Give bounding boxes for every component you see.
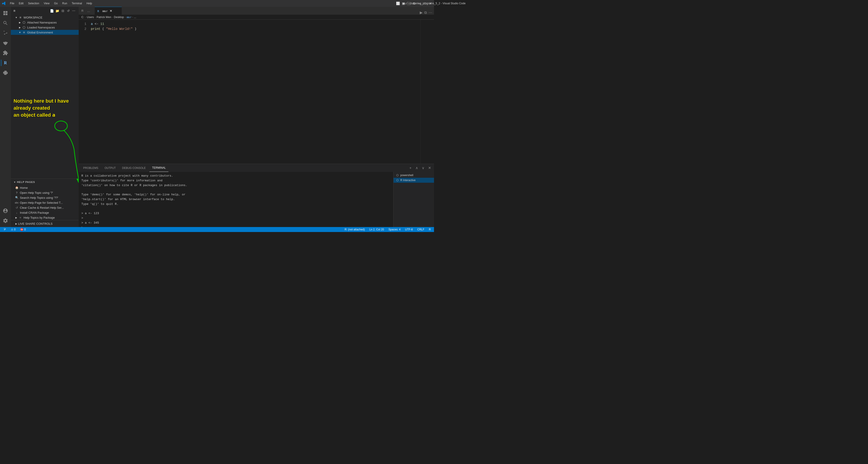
editor-main: 1 2 a <- 11 print ( "Hello World!": [79, 20, 434, 164]
activity-settings-icon[interactable]: [1, 216, 10, 225]
terminal-close-icon[interactable]: ✕: [427, 165, 432, 171]
refresh-icon[interactable]: ↺: [66, 9, 70, 13]
breadcrumb-c[interactable]: C:: [81, 16, 84, 19]
breadcrumb-desktop[interactable]: Desktop: [114, 16, 124, 19]
terminal-close-panel-icon[interactable]: ∨: [421, 165, 426, 171]
terminal-content[interactable]: R is a collaborative project with many c…: [79, 172, 393, 227]
more-editor-actions-icon[interactable]: ⋯: [429, 10, 432, 15]
terminal-tab-output[interactable]: OUTPUT: [102, 164, 119, 172]
help-home-label: Home: [20, 186, 28, 189]
workspace-label: R: [13, 9, 16, 12]
split-editor-icon[interactable]: ⧉: [424, 11, 427, 15]
activity-debug-icon[interactable]: [1, 38, 10, 48]
terminal-maximize-icon[interactable]: ∧: [414, 165, 420, 171]
terminal-new-icon[interactable]: +: [408, 165, 413, 171]
activity-python-icon[interactable]: [1, 68, 10, 78]
sidebar-item-attached-namespaces[interactable]: ▶ ⬡ Attached Namespaces: [11, 20, 79, 25]
titlebar: File Edit Selection View Go Run Terminal…: [0, 0, 434, 7]
statusbar-warnings[interactable]: ⚠ 0: [9, 227, 17, 232]
collapse-all-icon[interactable]: ⊟: [61, 9, 65, 13]
code-op-assign: <-: [95, 22, 100, 26]
code-var-a: a: [91, 22, 93, 26]
breadcrumb-ellipsis[interactable]: ...: [134, 16, 136, 19]
editor-toolbar: ▶ ⧉ ⋯: [420, 10, 434, 15]
menu-run[interactable]: Run: [60, 1, 69, 5]
run-file-icon[interactable]: ▶: [420, 10, 423, 15]
activity-account-icon[interactable]: [1, 206, 10, 215]
help-pages-chevron-icon: ▼: [13, 181, 16, 183]
minimap: [421, 20, 434, 164]
attached-namespaces-label: Attached Namespaces: [27, 21, 57, 24]
tab-close-icon[interactable]: ✕: [109, 9, 113, 13]
sidebar-item-help-topics-package[interactable]: ▶ ≡ Help Topics by Package: [11, 215, 79, 220]
menu-go[interactable]: Go: [52, 1, 59, 5]
statusbar-language[interactable]: R: [428, 227, 432, 232]
sidebar-item-install-cran[interactable]: ↓ Install CRAN Package: [11, 210, 79, 215]
annotation-nothing-here: Nothing here but I havealready createdan…: [13, 98, 69, 119]
statusbar-errors[interactable]: ⛔ 0: [19, 227, 27, 232]
statusbar-spaces[interactable]: Spaces: 4: [387, 227, 402, 232]
breadcrumb-patrick-wen[interactable]: Patrick Wen: [96, 16, 111, 19]
code-editor[interactable]: 1 2 a <- 11 print ( "Hello World!": [79, 20, 421, 164]
breadcrumb-users[interactable]: Users: [87, 16, 94, 19]
sidebar-item-loaded-namespaces[interactable]: ▶ ⬡ Loaded Namespaces: [11, 25, 79, 30]
svg-text:R: R: [97, 10, 99, 12]
sidebar-item-global-environment[interactable]: ▼ ≡ Global Environment: [11, 30, 79, 35]
sidebar-item-open-help-page[interactable]: abc Open Help Page for Selected T...: [11, 200, 79, 205]
activity-bar: R: [0, 7, 11, 227]
activity-search-icon[interactable]: [1, 19, 10, 28]
sidebar-item-search-help[interactable]: 🔍 Search Help Topics using '??': [11, 195, 79, 200]
live-share-chevron-icon: ▶: [14, 222, 18, 225]
r-interactive-label: R Interactive: [400, 179, 415, 182]
tab-aa-r[interactable]: R aa.r ✕: [95, 7, 122, 15]
statusbar-git-icon[interactable]: [2, 227, 8, 232]
statusbar-position[interactable]: Ln 2, Col 20: [368, 227, 385, 232]
global-env-icon: ≡: [22, 30, 26, 35]
statusbar-r-status[interactable]: R: (not attached): [343, 227, 366, 232]
tab-r-inactive[interactable]: R ...: [79, 7, 95, 15]
activity-explorer-icon[interactable]: [1, 9, 10, 18]
breadcrumb-sep-2: ›: [95, 16, 96, 19]
new-folder-icon[interactable]: 📁: [55, 9, 60, 13]
menu-view[interactable]: View: [42, 1, 51, 5]
terminal-panel-r-interactive[interactable]: ⬡ R Interactive: [394, 178, 434, 183]
activity-extensions-icon[interactable]: [1, 49, 10, 57]
help-topics-pkg-icon: ≡: [18, 215, 23, 220]
menu-edit[interactable]: Edit: [17, 1, 25, 5]
terminal-tab-terminal[interactable]: TERMINAL: [149, 164, 168, 172]
sidebar-item-help-home[interactable]: 🏠 Home: [11, 185, 79, 190]
sidebar: R 📄 📁 ⊟ ↺ ⋯ ▼ ≡ WORKSPACE ▶ ⬡ Attached N…: [11, 7, 79, 227]
menu-terminal[interactable]: Terminal: [70, 1, 84, 5]
terminal-tab-debug-console[interactable]: DEBUG CONSOLE: [119, 164, 149, 172]
loaded-namespaces-label: Loaded Namespaces: [27, 26, 55, 29]
terminal-line-2: Type 'contributors()' for more informati…: [81, 178, 391, 183]
tab-more-icon[interactable]: ...: [85, 7, 92, 15]
help-pages-header[interactable]: ▼ HELP PAGES: [11, 179, 79, 185]
menu-selection[interactable]: Selection: [26, 1, 41, 5]
activity-r-icon[interactable]: R: [1, 58, 10, 67]
sidebar-item-open-help-topic[interactable]: ? Open Help Topic using '?': [11, 190, 79, 195]
terminal-tab-problems[interactable]: PROBLEMS: [81, 164, 101, 172]
terminal-line-1: R is a collaborative project with many c…: [81, 174, 391, 178]
activity-git-icon[interactable]: [1, 29, 10, 37]
statusbar-line-ending[interactable]: CRLF: [416, 227, 426, 232]
line-numbers: 1 2: [79, 22, 90, 31]
help-topics-package-label: Help Topics by Package: [24, 216, 55, 219]
sidebar-item-live-share[interactable]: ▶ LIVE SHARE CONTROLS: [13, 221, 77, 226]
workspace-section-header[interactable]: ▼ ≡ WORKSPACE: [11, 15, 79, 20]
breadcrumb-file[interactable]: aa.r: [127, 16, 131, 19]
git-branch-icon: [3, 228, 6, 231]
terminal-panel-powershell[interactable]: ⬡ powershell: [394, 173, 434, 178]
breadcrumb-sep-5: ›: [132, 16, 133, 19]
sidebar-toggle-icon[interactable]: ⬜: [396, 2, 400, 5]
menu-help[interactable]: Help: [85, 1, 94, 5]
terminal-tabs: PROBLEMS OUTPUT DEBUG CONSOLE TERMINAL +…: [79, 164, 434, 172]
workspace-namespace-icon: ≡: [18, 15, 23, 20]
menu-file[interactable]: File: [8, 1, 16, 5]
new-file-icon[interactable]: 📄: [50, 9, 54, 13]
sidebar-item-clear-cache[interactable]: ↺ Clear Cache & Restart Help Ser...: [11, 205, 79, 210]
more-actions-icon[interactable]: ⋯: [71, 9, 76, 13]
clear-cache-icon: ↺: [14, 205, 19, 210]
workspace-chevron-icon: ▼: [14, 16, 18, 19]
statusbar-encoding[interactable]: UTF-8: [404, 227, 414, 232]
